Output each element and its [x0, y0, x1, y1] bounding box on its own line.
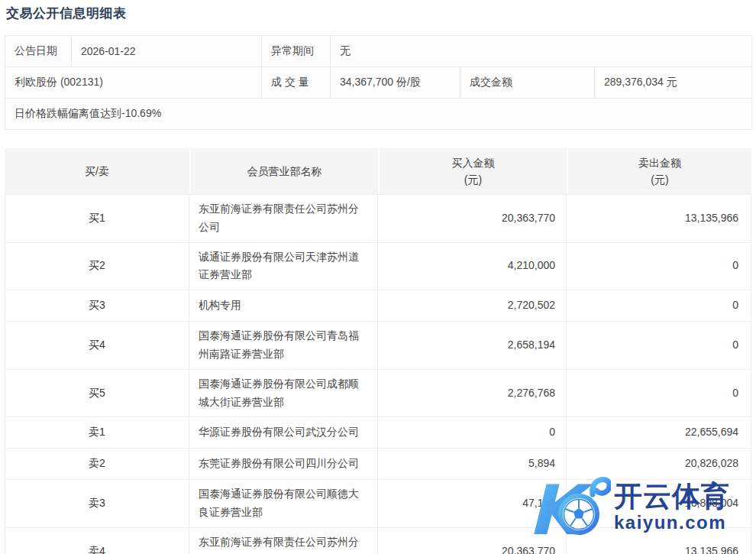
deviation-note: 日价格跌幅偏离值达到-10.69% [5, 99, 752, 130]
column-header-buy-label: 买入金额 [452, 157, 495, 169]
buy-amount-cell: 2,658,194 [378, 322, 567, 370]
stock-name: 利欧股份 (002131) [5, 67, 262, 99]
column-header-sell-unit: (元) [651, 173, 668, 186]
sell-amount-cell: 0 [567, 370, 751, 418]
volume-label: 成 交 量 [262, 67, 331, 99]
side-cell: 买1 [5, 194, 189, 243]
watermark-domain-text: kaiyun.com [614, 512, 726, 534]
broker-cell: 国泰海通证券股份有限公司顺德大良证券营业部 [189, 480, 378, 528]
column-header-sell-label: 卖出金额 [638, 157, 681, 169]
broker-cell: 东亚前海证券有限责任公司苏州分公司 [189, 194, 378, 243]
turnover-value: 289,376,034 元 [595, 67, 752, 99]
info-row-date: 公告日期 2026-01-22 异常期间 无 [5, 36, 752, 67]
column-header-buy-unit: (元) [464, 173, 482, 186]
side-cell: 卖2 [5, 449, 189, 480]
watermark-text-block: 开云体育 kaiyun.com [614, 482, 730, 534]
broker-cell: 东亚前海证券有限责任公司苏州分公司 [189, 528, 378, 554]
side-cell: 卖4 [5, 528, 189, 554]
trade-disclosure-page: 交易公开信息明细表 公告日期 2026-01-22 异常期间 无 利欧股份 (0… [0, 0, 756, 554]
kaiyun-k-soccer-logo-icon: K [531, 471, 611, 545]
sell-amount-cell: 0 [567, 243, 751, 291]
side-cell: 卖1 [5, 417, 189, 449]
sell-amount-cell: 0 [567, 290, 751, 322]
side-cell: 买5 [5, 370, 189, 418]
table-row: 卖1 华源证券股份有限公司武汉分公司 0 22,655,694 [5, 417, 751, 449]
side-cell: 买2 [5, 243, 189, 291]
table-row: 买5 国泰海通证券股份有限公司成都顺城大街证券营业部 2,276,768 0 [5, 370, 751, 418]
buy-amount-cell: 4,210,000 [378, 243, 567, 291]
broker-cell: 东莞证券股份有限公司四川分公司 [189, 449, 378, 480]
broker-cell: 诚通证券股份有限公司天津苏州道证券营业部 [189, 243, 378, 291]
summary-info-table: 公告日期 2026-01-22 异常期间 无 利欧股份 (002131) 成 交… [5, 35, 752, 130]
abnormal-period-value: 无 [331, 36, 752, 67]
table-header-row: 买/卖 会员营业部名称 买入金额 (元) 卖出金额 (元) [5, 148, 751, 194]
sell-amount-cell: 13,135,966 [567, 194, 751, 243]
info-row-stock: 利欧股份 (002131) 成 交 量 34,367,700 份/股 成交金额 … [5, 67, 752, 99]
sell-amount-cell: 22,655,694 [567, 417, 751, 449]
announce-date-label: 公告日期 [5, 36, 72, 67]
side-cell: 买4 [5, 322, 189, 370]
table-row: 买1 东亚前海证券有限责任公司苏州分公司 20,363,770 13,135,9… [5, 194, 751, 243]
table-row: 买3 机构专用 2,720,502 0 [5, 290, 751, 322]
abnormal-period-label: 异常期间 [262, 36, 331, 67]
column-header-sell: 卖出金额 (元) [567, 148, 751, 194]
column-header-side: 买/卖 [5, 148, 189, 194]
buy-amount-cell: 0 [378, 417, 567, 449]
broker-cell: 华源证券股份有限公司武汉分公司 [189, 417, 378, 449]
column-header-broker-label: 会员营业部名称 [247, 165, 322, 177]
volume-value: 34,367,700 份/股 [331, 67, 460, 99]
side-cell: 卖3 [5, 480, 189, 528]
page-title: 交易公开信息明细表 [0, 0, 756, 22]
watermark-brand-text: 开云体育 [614, 482, 730, 512]
column-header-buy: 买入金额 (元) [378, 148, 567, 194]
column-header-side-label: 买/卖 [85, 165, 109, 177]
turnover-label: 成交金额 [460, 67, 595, 99]
broker-cell: 机构专用 [189, 290, 378, 322]
column-header-broker: 会员营业部名称 [189, 148, 378, 194]
buy-amount-cell: 2,276,768 [378, 370, 567, 418]
table-row: 买2 诚通证券股份有限公司天津苏州道证券营业部 4,210,000 0 [5, 243, 751, 291]
sell-amount-cell: 0 [567, 322, 751, 370]
info-row-deviation: 日价格跌幅偏离值达到-10.69% [5, 99, 752, 130]
side-cell: 买3 [5, 290, 189, 322]
announce-date-value: 2026-01-22 [72, 36, 262, 67]
buy-amount-cell: 2,720,502 [378, 290, 567, 322]
table-row: 买4 国泰海通证券股份有限公司青岛福州南路证券营业部 2,658,194 0 [5, 322, 751, 370]
broker-cell: 国泰海通证券股份有限公司成都顺城大街证券营业部 [189, 370, 378, 418]
kaiyun-watermark-link[interactable]: K 开云体育 kaiyun.com [531, 471, 751, 545]
buy-amount-cell: 20,363,770 [378, 194, 567, 243]
broker-cell: 国泰海通证券股份有限公司青岛福州南路证券营业部 [189, 322, 378, 370]
